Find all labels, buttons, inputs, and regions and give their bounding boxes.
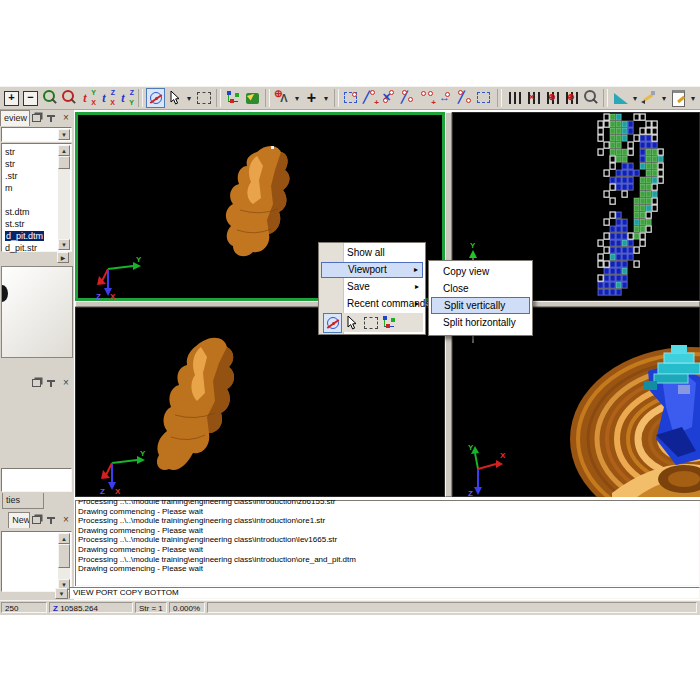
viewport-submenu: Copy viewCloseSplit verticallySplit hori… (428, 260, 533, 336)
zoom-out-icon[interactable]: − (21, 88, 40, 108)
preview-panel-tab[interactable]: eview (0, 110, 30, 126)
new-panel-scrollbar[interactable]: ▲ ▼ (58, 533, 70, 590)
file-list-item[interactable]: str (3, 146, 58, 158)
axis-label-z: Z (100, 487, 105, 496)
orebody-model-side: YZX (75, 307, 445, 497)
file-list-scrollbar[interactable]: ▲ ▼ (58, 145, 70, 250)
scroll-down-icon[interactable]: ▼ (58, 239, 70, 250)
zoom-data-extents-icon[interactable] (224, 88, 243, 108)
rotate-view-icon[interactable] (323, 313, 342, 333)
delete-point-icon[interactable]: ✕ (380, 88, 399, 108)
context-menu-item-recent-commands[interactable]: Recent commands▸ (321, 296, 423, 312)
preview-display[interactable] (1, 266, 73, 358)
notes-dropdown[interactable]: ▾ (688, 88, 698, 108)
command-field[interactable]: VIEW PORT COPY BOTTOM (69, 587, 700, 599)
combobox-dropdown-icon[interactable]: ▼ (58, 129, 70, 140)
fence-point-alt-icon[interactable]: ⊕ (562, 88, 581, 108)
toolbar-separator (603, 89, 608, 107)
view-yz-plane-icon[interactable]: tZY (116, 88, 135, 108)
properties-tab[interactable]: ties (2, 493, 44, 509)
preview-combobox[interactable]: ▼ (1, 127, 72, 142)
scroll-up-icon[interactable]: ▲ (58, 533, 70, 544)
toolbar-separator (265, 89, 270, 107)
zoom-to-point-icon[interactable]: Λ⊕ (273, 88, 292, 108)
scroll-up-icon[interactable]: ▲ (58, 145, 70, 156)
close-icon[interactable]: × (60, 112, 72, 124)
fence-point-icon[interactable]: ⊕ (543, 88, 562, 108)
zoom-data-lens-icon[interactable] (59, 88, 78, 108)
message-log[interactable]: Processing ..\..\module training\enginee… (75, 500, 700, 586)
viewport-bottom-left[interactable]: YZX (75, 307, 445, 497)
zoom-in-icon[interactable]: + (2, 88, 21, 108)
fence-zoom-icon[interactable] (581, 88, 600, 108)
context-menu-item-save[interactable]: Save▸ (321, 279, 423, 295)
notes-icon[interactable] (669, 88, 688, 108)
submenu-item-split-vertically[interactable]: Split vertically (431, 297, 530, 314)
box-select-icon[interactable] (194, 88, 213, 108)
close-icon[interactable]: × (60, 514, 72, 526)
insert-point-icon[interactable]: + (418, 88, 437, 108)
file-list-item[interactable]: str (3, 158, 58, 170)
file-list-item[interactable]: st.str (3, 218, 58, 230)
select-segment-icon[interactable] (342, 88, 361, 108)
measure-icon[interactable] (611, 88, 630, 108)
view-xy-plane-icon[interactable]: tYX (78, 88, 97, 108)
pin-icon[interactable] (45, 112, 57, 124)
zoom-to-point-dropdown[interactable]: ▾ (292, 88, 302, 108)
new-panel-tab[interactable]: New (8, 512, 30, 528)
select-cursor-icon[interactable] (165, 88, 184, 108)
crosshair-icon[interactable]: + (302, 88, 321, 108)
crosshair-dropdown[interactable]: ▾ (321, 88, 331, 108)
float-window-icon[interactable] (30, 514, 42, 526)
context-menu-item-viewport[interactable]: Viewport▸ (321, 262, 423, 278)
select-cursor-icon[interactable] (342, 313, 361, 333)
edit-erase-dropdown[interactable]: ▾ (659, 88, 669, 108)
submenu-arrow-icon: ▸ (415, 279, 419, 295)
file-list-item[interactable]: .str (3, 170, 58, 182)
block-model (598, 114, 663, 295)
new-panel-list[interactable]: ▲ ▼ (1, 531, 72, 592)
select-dropdown[interactable]: ▾ (184, 88, 194, 108)
move-segment-icon[interactable]: ↔ (437, 88, 456, 108)
close-icon[interactable]: × (60, 377, 72, 389)
view-xz-plane-icon[interactable]: tZX (97, 88, 116, 108)
file-list-item[interactable]: d_pit.dtm (3, 230, 58, 242)
pin-icon[interactable] (45, 377, 57, 389)
axis-label-y: Y (140, 449, 146, 458)
pin-icon[interactable] (45, 514, 57, 526)
segment-properties-icon[interactable] (475, 88, 494, 108)
zoom-data-extents-icon[interactable] (380, 313, 399, 333)
command-history-dropdown-icon[interactable]: ▼ (55, 588, 68, 599)
zoom-lens-icon[interactable] (40, 88, 59, 108)
box-select-icon[interactable] (361, 313, 380, 333)
scrollbar-thumb[interactable] (58, 156, 70, 169)
axis-triad: YXZ (468, 308, 506, 497)
log-line: Processing ..\..\module training\enginee… (78, 535, 697, 545)
fence-delete-icon[interactable]: × (524, 88, 543, 108)
submenu-item-copy-view[interactable]: Copy view (431, 263, 530, 280)
move-point-icon[interactable]: ╱+ (361, 88, 380, 108)
smooth-segment-icon[interactable]: ╱ (399, 88, 418, 108)
file-list-item[interactable] (3, 194, 58, 206)
file-list[interactable]: strstr.strmst.dtmst.strd_pit.dtmd_pit.st… (1, 143, 72, 252)
break-segment-icon[interactable]: ╱ (456, 88, 475, 108)
file-list-hscrollbar[interactable]: ▶ (1, 252, 72, 264)
preview-model-thumbnail (1, 285, 8, 302)
sidebar-input[interactable] (1, 468, 72, 492)
float-window-icon[interactable] (30, 377, 42, 389)
axis-triad: YZX (100, 449, 146, 496)
file-list-item[interactable]: m (3, 182, 58, 194)
reset-view-icon[interactable] (243, 88, 262, 108)
fence-icon[interactable] (505, 88, 524, 108)
axis-label-x: X (500, 451, 506, 460)
submenu-item-split-horizontally[interactable]: Split horizontally (431, 314, 530, 331)
float-window-icon[interactable] (30, 112, 42, 124)
rotate-view-icon[interactable] (146, 88, 165, 108)
scroll-right-icon[interactable]: ▶ (57, 252, 69, 263)
edit-erase-icon[interactable] (640, 88, 659, 108)
file-list-item[interactable]: st.dtm (3, 206, 58, 218)
submenu-item-close[interactable]: Close (431, 280, 530, 297)
measure-dropdown[interactable]: ▾ (630, 88, 640, 108)
context-menu-item-show-all[interactable]: Show all (321, 245, 423, 261)
scrollbar-thumb[interactable] (58, 544, 70, 568)
